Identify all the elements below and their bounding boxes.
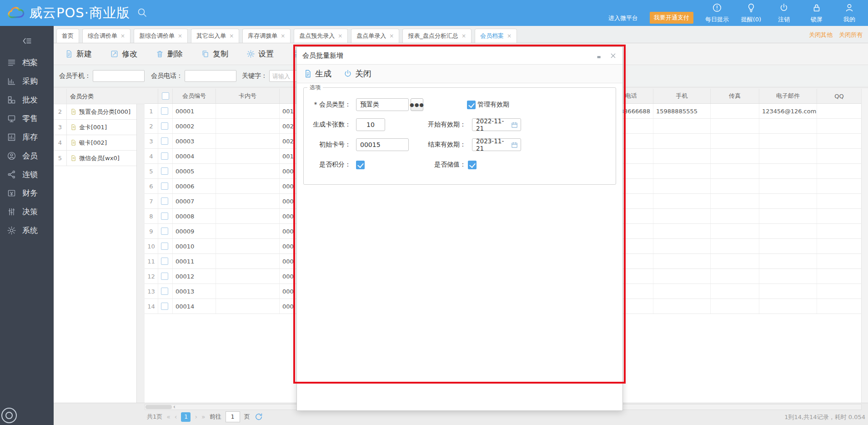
tab-document-1[interactable]: 综合调价单×: [82, 29, 130, 43]
generate-button[interactable]: 生成: [303, 68, 331, 79]
category-row[interactable]: 2预置会员分类[000]: [54, 104, 136, 120]
minimize-icon[interactable]: [595, 52, 603, 60]
header-menu-lock[interactable]: 锁屏: [806, 3, 827, 24]
tab-close-icon[interactable]: ×: [178, 33, 182, 39]
trash-button[interactable]: 删除: [156, 49, 183, 59]
doc-file-icon: [70, 139, 77, 146]
options-group: 选项 * 会员类型： 预置类 ●●● 管理有效期 生成卡张数： 10 开始有效期…: [303, 87, 616, 185]
sidebar-item-chain[interactable]: 连锁: [0, 165, 54, 184]
manage-validity-checkbox[interactable]: [467, 101, 476, 109]
tab-document-6[interactable]: 盘点单录入×: [351, 29, 399, 43]
tab-close-icon[interactable]: ×: [338, 33, 342, 39]
tab-close-icon[interactable]: ×: [507, 33, 512, 39]
tab-document-7[interactable]: 报表_盘点分析汇总×: [402, 29, 472, 43]
close-other-tabs-link[interactable]: 关闭其他: [809, 31, 833, 39]
tab-close-icon[interactable]: ×: [389, 33, 394, 39]
cell-code: 00012: [173, 269, 216, 283]
header-menu-user[interactable]: 我的: [839, 3, 860, 24]
edit-button[interactable]: 修改: [110, 49, 137, 59]
category-row[interactable]: 4银卡[002]: [54, 135, 136, 151]
row-checkbox[interactable]: [161, 137, 168, 145]
category-row-num: 4: [54, 135, 67, 150]
row-checkbox[interactable]: [161, 197, 168, 205]
calendar-icon[interactable]: [511, 121, 518, 129]
tab-close-icon[interactable]: ×: [462, 33, 466, 39]
category-row-num: 3: [54, 120, 67, 135]
tab-document-5[interactable]: 盘点预先录入×: [294, 29, 348, 43]
gear-button[interactable]: 设置: [246, 49, 274, 59]
row-checkbox[interactable]: [161, 167, 168, 175]
sidebar-item-finance[interactable]: 财务: [0, 184, 54, 202]
select-all-checkbox[interactable]: [162, 92, 169, 100]
scrollbar-thumb[interactable]: [146, 405, 172, 409]
prev-page-button[interactable]: ‹: [175, 413, 177, 420]
row-checkbox[interactable]: [161, 152, 168, 160]
refresh-icon[interactable]: [254, 412, 263, 421]
new-doc-button[interactable]: 新建: [65, 49, 92, 59]
open-payment-button[interactable]: 我要开通支付: [650, 12, 693, 24]
goto-page-input[interactable]: [226, 411, 240, 422]
member-mobile-input[interactable]: [93, 70, 145, 82]
card-count-input[interactable]: 10: [356, 118, 385, 131]
cell-mobile: [653, 254, 711, 268]
tab-document-3[interactable]: 其它出入单×: [191, 29, 239, 43]
row-checkbox[interactable]: [161, 122, 168, 130]
first-page-button[interactable]: «: [166, 413, 171, 420]
points-checkbox[interactable]: [356, 161, 365, 169]
sidebar-item-member[interactable]: 会员: [0, 147, 54, 165]
header-menu-bulb[interactable]: 提醒(0): [741, 3, 762, 24]
sidebar-item-chart[interactable]: 采购: [0, 72, 54, 91]
row-checkbox[interactable]: [161, 243, 168, 250]
member-tel-input[interactable]: [185, 70, 236, 82]
sidebar-item-sliders[interactable]: 决策: [0, 202, 54, 221]
row-checkbox[interactable]: [161, 107, 168, 115]
row-checkbox[interactable]: [161, 303, 168, 310]
sidebar-item-boxes[interactable]: 批发: [0, 91, 54, 109]
row-checkbox[interactable]: [161, 212, 168, 220]
calendar-icon[interactable]: [511, 141, 518, 149]
header-menu-power[interactable]: 注销: [773, 3, 794, 24]
scrollbar-left-arrow[interactable]: ‹: [173, 404, 176, 410]
start-date-input[interactable]: 2022-11-21: [472, 118, 521, 131]
search-icon[interactable]: [136, 7, 147, 20]
row-checkbox[interactable]: [161, 228, 168, 235]
dialog-close-button[interactable]: 关闭: [343, 68, 371, 79]
end-date-input[interactable]: 2023-11-21: [472, 138, 521, 151]
tab-close-icon[interactable]: ×: [281, 33, 285, 39]
current-page-button[interactable]: 1: [181, 412, 191, 422]
close-all-tabs-link[interactable]: 关闭所有: [839, 31, 863, 39]
next-page-button[interactable]: ›: [195, 413, 197, 420]
header-menu-alert[interactable]: 每日提示: [705, 3, 729, 24]
sidebar-item-monitor[interactable]: 零售: [0, 109, 54, 128]
row-checkbox[interactable]: [161, 288, 168, 295]
sidebar-item-archive[interactable]: 档案: [0, 53, 54, 72]
init-card-input[interactable]: 00015: [356, 138, 409, 151]
vertical-scrollbar[interactable]: [861, 89, 868, 403]
row-checkbox[interactable]: [161, 273, 168, 280]
stored-value-checkbox[interactable]: [468, 161, 477, 169]
tab-document-4[interactable]: 库存调拨单×: [242, 29, 291, 43]
copy-button[interactable]: 复制: [201, 49, 228, 59]
sidebar-item-stock[interactable]: 库存: [0, 128, 54, 147]
tab-close-icon[interactable]: ×: [229, 33, 234, 39]
member-type-input[interactable]: 预置类: [356, 98, 409, 111]
tab-document-8[interactable]: 会员档案×: [475, 29, 517, 43]
category-row[interactable]: 3金卡[001]: [54, 120, 136, 135]
last-page-button[interactable]: »: [201, 413, 206, 420]
tab-document-2[interactable]: 新综合调价单×: [134, 29, 188, 43]
sidebar-collapse-button[interactable]: [0, 26, 54, 53]
sidebar-item-gear[interactable]: 系统: [0, 221, 54, 240]
floating-widget-button[interactable]: [1, 408, 17, 423]
table-header-qq: QQ: [817, 89, 862, 103]
cell-cb: [158, 284, 173, 299]
member-type-picker-button[interactable]: ●●●: [411, 98, 423, 111]
row-checkbox[interactable]: [161, 258, 168, 265]
enter-micro-platform-link[interactable]: 进入微平台: [608, 14, 638, 24]
row-checkbox[interactable]: [161, 182, 168, 190]
category-row[interactable]: 5微信会员[wx0]: [54, 151, 136, 166]
dialog-close-icon[interactable]: [609, 52, 617, 60]
tab-close-icon[interactable]: ×: [120, 33, 125, 39]
cell-email: [759, 164, 817, 178]
cell-qq: [817, 104, 862, 118]
tab-home[interactable]: 首页: [56, 29, 79, 43]
